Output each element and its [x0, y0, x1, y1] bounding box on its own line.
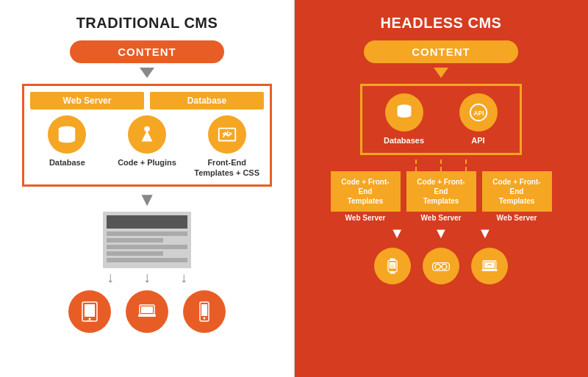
- database-icon: [56, 123, 78, 146]
- plugins-label: Code + Plugins: [118, 157, 176, 168]
- svg-rect-10: [85, 304, 95, 317]
- svg-point-6: [144, 126, 150, 132]
- headless-content-pill: CONTENT: [364, 40, 518, 63]
- svg-text:API: API: [473, 109, 484, 117]
- headless-cms-panel: HEADLESS CMS CONTENT Databases: [294, 0, 588, 377]
- traditional-content-pill: CONTENT: [70, 40, 224, 63]
- dashed-line-1: [415, 159, 417, 171]
- databases-icon: [393, 101, 415, 123]
- frontend-label: Front-EndTemplates + CSS: [194, 157, 259, 179]
- server-box-1: Code + Front-EndTemplates: [331, 171, 401, 212]
- trad-arrow-left: ↓: [107, 270, 114, 284]
- headless-arrow-right: ▼: [478, 225, 492, 242]
- dashed-line-3: [465, 159, 467, 171]
- server-col-3: Code + Front-EndTemplates Web Server: [482, 171, 552, 222]
- database-icon-circle: [48, 115, 86, 154]
- svg-point-32: [442, 265, 447, 270]
- traditional-main-box: Web Server Database Database: [22, 84, 272, 187]
- headless-main-box: Databases API API: [360, 84, 522, 155]
- databases-icon-circle: [385, 93, 423, 132]
- svg-rect-36: [482, 270, 498, 272]
- svg-rect-28: [390, 271, 395, 274]
- svg-rect-35: [484, 262, 495, 268]
- traditional-arrow-2: ▼: [137, 190, 157, 209]
- webpage-header: [107, 215, 187, 229]
- headless-title: HEADLESS CMS: [381, 15, 502, 32]
- phone-icon: [193, 300, 216, 323]
- webpage-line-5: [107, 258, 187, 262]
- svg-marker-5: [142, 130, 153, 141]
- dashed-line-2: [440, 159, 442, 171]
- frontend-icon-circle: </>: [208, 115, 246, 154]
- web-server-badge: Web Server: [30, 92, 144, 109]
- databases-label: Databases: [384, 135, 424, 146]
- database-badge: Database: [150, 92, 264, 109]
- tablet-icon: [78, 300, 101, 323]
- plugins-icon-box: Code + Plugins: [110, 115, 184, 179]
- traditional-arrow-1: [140, 68, 154, 78]
- webpage-line-1: [107, 231, 187, 236]
- traditional-title: TRADITIONAL CMS: [76, 15, 218, 32]
- api-icon-box: API API: [444, 93, 512, 146]
- server-col-1: Code + Front-EndTemplates Web Server: [331, 171, 401, 222]
- traditional-devices-row: [68, 290, 226, 333]
- vr-glasses-device: [423, 248, 459, 284]
- headless-arrow-left: ▼: [390, 225, 404, 242]
- server-label-3: Web Server: [497, 214, 537, 222]
- svg-point-17: [204, 317, 206, 319]
- svg-rect-14: [138, 315, 156, 317]
- vr-glasses-icon: [431, 256, 451, 276]
- api-label: API: [471, 135, 484, 146]
- headless-laptop-icon: [479, 256, 500, 276]
- headless-arrows-row: ▼ ▼ ▼: [390, 225, 492, 242]
- svg-point-4: [59, 137, 76, 143]
- smartwatch-device: ))): [374, 248, 411, 284]
- server-box-3: Code + Front-EndTemplates: [482, 171, 552, 212]
- traditional-icons-row: Database Code + Plugins: [30, 115, 264, 179]
- headless-server-boxes: Code + Front-EndTemplates Web Server Cod…: [331, 171, 552, 222]
- api-icon: API: [467, 101, 490, 123]
- server-label-2: Web Server: [421, 214, 462, 222]
- webpage-line-3: [107, 245, 187, 249]
- frontend-icon: </>: [216, 123, 238, 146]
- tablet-device: [68, 290, 111, 333]
- trad-arrow-right: ↓: [180, 270, 187, 284]
- svg-point-31: [435, 265, 440, 270]
- server-col-2: Code + Front-EndTemplates Web Server: [406, 171, 476, 222]
- plugins-icon: [136, 123, 158, 146]
- svg-text:</>: </>: [222, 130, 232, 137]
- headless-icons-row: Databases API API: [370, 93, 512, 146]
- headless-laptop-device: [471, 248, 508, 284]
- webpage-line-4: [107, 251, 163, 256]
- svg-rect-27: [390, 259, 395, 262]
- headless-arrow-1: [434, 68, 448, 78]
- traditional-cms-panel: TRADITIONAL CMS CONTENT Web Server Datab…: [0, 0, 294, 377]
- api-icon-circle: API: [459, 93, 498, 132]
- headless-devices-row: ))): [374, 245, 508, 284]
- trad-arrow-center: ↓: [143, 270, 151, 284]
- smartwatch-icon: ))): [382, 256, 403, 276]
- frontend-icon-box: </> Front-EndTemplates + CSS: [190, 115, 264, 179]
- headless-dashed-lines: [415, 159, 467, 171]
- svg-rect-13: [141, 306, 153, 313]
- database-icon-box: Database: [30, 115, 104, 179]
- databases-icon-box: Databases: [370, 93, 438, 146]
- webpage-line-2: [107, 238, 163, 243]
- laptop-device: [126, 290, 168, 333]
- panel-divider: [294, 0, 295, 377]
- laptop-icon: [135, 300, 159, 323]
- database-label: Database: [49, 157, 85, 168]
- phone-device: [183, 290, 226, 333]
- server-box-2: Code + Front-EndTemplates: [406, 171, 476, 212]
- plugins-icon-circle: [128, 115, 166, 154]
- svg-rect-16: [201, 304, 207, 316]
- server-label-1: Web Server: [345, 214, 386, 222]
- svg-point-22: [397, 112, 411, 118]
- webpage-mockup: [103, 212, 191, 268]
- traditional-arrows-row: ↓ ↓ ↓: [107, 270, 187, 284]
- svg-point-11: [89, 317, 91, 320]
- svg-text:))): ))): [390, 263, 395, 268]
- traditional-header-row: Web Server Database: [30, 92, 264, 109]
- headless-arrow-center: ▼: [434, 225, 448, 242]
